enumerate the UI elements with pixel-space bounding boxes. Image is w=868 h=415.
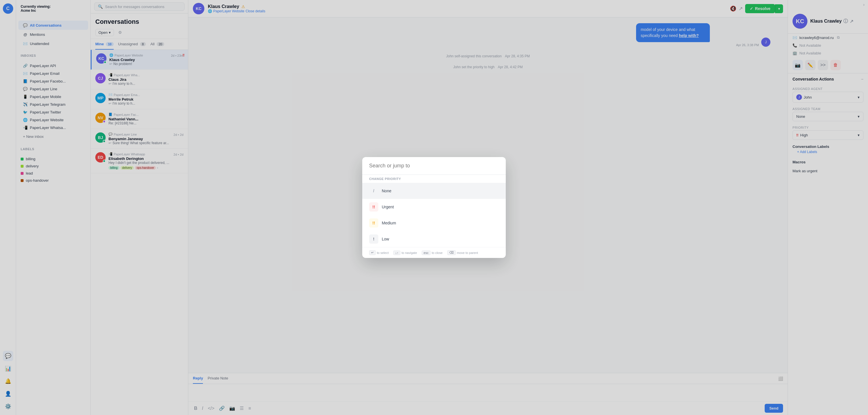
modal-item-urgent[interactable]: !! Urgent (362, 199, 506, 215)
modal-low-label: Low (382, 237, 389, 241)
modal-overlay[interactable]: Change Priority / None !! Urgent !! Medi… (0, 0, 868, 415)
modal-item-low[interactable]: ! Low (362, 231, 506, 247)
modal-item-none[interactable]: / None (362, 183, 506, 199)
priority-modal: Change Priority / None !! Urgent !! Medi… (362, 157, 506, 258)
modal-none-icon: / (369, 186, 378, 196)
modal-medium-icon: !! (369, 218, 378, 228)
modal-key-close: esc to close (422, 250, 443, 255)
modal-medium-label: Medium (382, 221, 396, 225)
modal-none-label: None (382, 188, 391, 193)
modal-footer: ↵ to select ↓↑ to navigate esc to close … (362, 247, 506, 258)
modal-section-label: Change Priority (362, 175, 506, 183)
modal-key-parent: ⌫ move to parent (447, 250, 478, 255)
modal-key-navigate: ↓↑ to navigate (393, 250, 417, 255)
modal-search-area (362, 157, 506, 175)
modal-urgent-icon: !! (369, 202, 378, 211)
modal-low-icon: ! (369, 235, 378, 244)
modal-search-input[interactable] (369, 163, 499, 169)
modal-urgent-label: Urgent (382, 205, 394, 209)
modal-item-medium[interactable]: !! Medium (362, 215, 506, 231)
modal-key-select: ↵ to select (369, 250, 389, 255)
